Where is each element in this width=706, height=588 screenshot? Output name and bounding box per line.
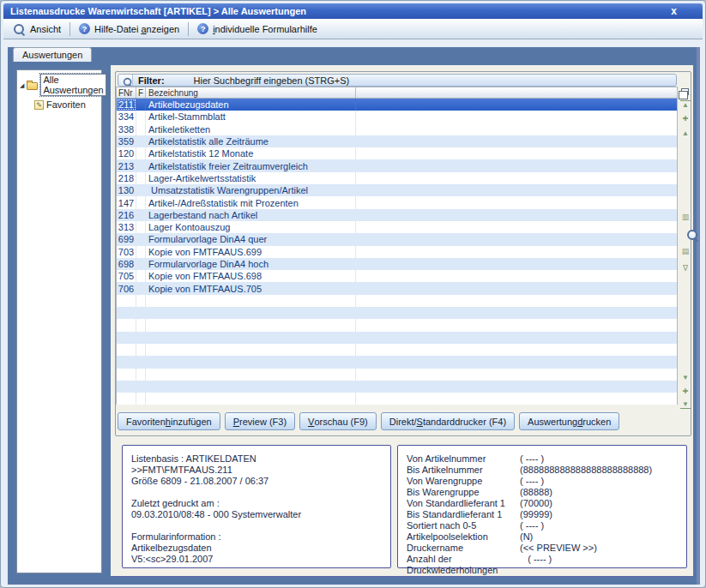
- table-row[interactable]: 216 Lagerbestand nach Artikel: [117, 209, 677, 221]
- table-row[interactable]: 334 Artikel-Stammblatt: [117, 111, 677, 123]
- cell-f: [136, 172, 146, 184]
- toolbar-item-formularhilfe[interactable]: individuelle Formularhilfe: [192, 21, 323, 36]
- tab-auswertungen[interactable]: Auswertungen: [13, 47, 92, 62]
- page-down-icon[interactable]: ✚: [680, 387, 691, 395]
- table-row[interactable]: 698 Formularvorlage DinA4 hoch: [117, 258, 677, 270]
- cell-extra: [356, 356, 677, 368]
- grid-header-row[interactable]: FNr F Bezeichnung: [117, 87, 677, 99]
- auswertung-drucken-button[interactable]: Auswertung drucken: [519, 412, 619, 430]
- column-options-icon[interactable]: ▥: [680, 213, 691, 221]
- parameter-value: (99999): [520, 509, 552, 520]
- scroll-to-top-icon[interactable]: ▲: [680, 100, 691, 109]
- report-grid: FNr F Bezeichnung 211 Artikelbezugsdaten…: [116, 87, 678, 405]
- cell-extra: [356, 209, 677, 221]
- vorschau-button[interactable]: Vorschau (F9): [299, 412, 377, 430]
- search-input[interactable]: [192, 75, 676, 87]
- table-row[interactable]: 213 Artikelstatistik freier Zeitraumverg…: [117, 159, 677, 171]
- tree-item-favoriten[interactable]: Favoriten: [34, 99, 100, 110]
- filter-bar: Filter:: [118, 74, 677, 87]
- favoriten-hinzufuegen-button[interactable]: Favoriten hinzufügen: [118, 412, 220, 430]
- table-row[interactable]: 699 Formularvorlage DinA4 quer: [117, 233, 677, 245]
- cell-fnr: [117, 319, 136, 331]
- table-row[interactable]: [117, 332, 677, 344]
- cell-bezeichnung: Umsatzstatistik Warengruppen/Artikel: [146, 184, 356, 196]
- table-row[interactable]: 705 Kopie von FMTFAAUS.698: [117, 270, 677, 282]
- cell-extra: [356, 295, 677, 307]
- filter-funnel-icon[interactable]: ∇: [680, 265, 691, 273]
- cell-fnr: 703: [117, 246, 136, 258]
- table-row[interactable]: [117, 381, 677, 393]
- column-header-fnr[interactable]: FNr: [117, 87, 136, 98]
- scroll-down-icon[interactable]: ▼: [680, 374, 691, 381]
- cell-bezeichnung: Artikelstatistik 12 Monate: [146, 147, 356, 159]
- cell-f: [136, 282, 146, 294]
- column-header-extra[interactable]: [356, 87, 677, 98]
- sum-icon[interactable]: ▤: [680, 248, 691, 255]
- cell-extra: [356, 381, 677, 393]
- toolbar-item-hilfe-datei[interactable]: Hilfe-Datei anzeigen: [74, 21, 184, 36]
- table-row[interactable]: 359 Artikelstatistik alle Zeiträume: [117, 135, 677, 147]
- cell-extra: [356, 123, 677, 135]
- table-row[interactable]: 703 Kopie von FMTFAAUS.699: [117, 246, 677, 258]
- table-row[interactable]: 313 Lager Kontoauszug: [117, 221, 677, 233]
- parameter-value: (<< PREVIEW >>): [520, 543, 597, 554]
- table-row[interactable]: 706 Kopie von FMTFAAUS.705: [117, 282, 677, 294]
- preview-button[interactable]: Preview (F3): [225, 412, 295, 430]
- cell-bezeichnung: Formularvorlage DinA4 hoch: [146, 258, 356, 270]
- cell-f: [136, 246, 146, 258]
- report-parameters-panel: Von Artikelnummer ( ---- ) Bis Artikelnu…: [397, 445, 687, 568]
- parameter-value: ( ---- ): [520, 554, 552, 576]
- column-header-bezeichnung[interactable]: Bezeichnung: [146, 87, 356, 98]
- parameter-row: Druckername (<< PREVIEW >>): [407, 543, 686, 554]
- cell-bezeichnung: [146, 332, 356, 344]
- filter-search-icon-box[interactable]: [119, 75, 133, 86]
- column-header-f[interactable]: F: [136, 87, 146, 98]
- table-row[interactable]: [117, 393, 677, 405]
- table-row[interactable]: [117, 344, 677, 356]
- direkt-standarddrucker-button[interactable]: Direkt/Standarddrucker (F4): [381, 412, 515, 430]
- table-row[interactable]: [117, 356, 677, 368]
- cell-extra: [356, 111, 677, 123]
- table-row[interactable]: [117, 319, 677, 331]
- table-row[interactable]: [117, 295, 677, 307]
- cell-extra: [356, 258, 677, 270]
- copy-columns-icon[interactable]: [681, 88, 689, 95]
- table-row[interactable]: 211 Artikelbezugsdaten: [117, 99, 677, 111]
- cell-f: [136, 209, 146, 221]
- parameter-row: Von Standardlieferant 1 (70000): [407, 498, 686, 509]
- table-row[interactable]: 130 Umsatzstatistik Warengruppen/Artikel: [117, 184, 677, 196]
- parameter-value: (88888): [520, 487, 552, 498]
- parameter-label: Bis Artikelnummer: [407, 465, 520, 476]
- page-up-icon[interactable]: ✚: [680, 115, 691, 123]
- cell-fnr: 705: [117, 270, 136, 282]
- search-icon: [123, 77, 130, 84]
- scroll-up-icon[interactable]: ▲: [680, 129, 691, 137]
- tree-expand-caret-icon[interactable]: [20, 82, 24, 88]
- scroll-to-bottom-icon[interactable]: ▼: [680, 400, 691, 409]
- cell-fnr: [117, 332, 136, 344]
- toolbar-separator: [69, 22, 70, 36]
- cell-fnr: [117, 381, 136, 393]
- table-row[interactable]: 147 Artikel-/Adreßstatistik mit Prozente…: [117, 196, 677, 208]
- cell-extra: [356, 135, 677, 147]
- table-row[interactable]: 338 Artikeletiketten: [117, 123, 677, 135]
- info-line: Artikelbezugsdaten: [131, 543, 390, 554]
- grid-scroll-column: ▲ ✚ ▲ ▥ ▤ ∇ ▼ ✚ ▼: [679, 87, 691, 405]
- cell-f: [136, 184, 146, 196]
- table-row[interactable]: 120 Artikelstatistik 12 Monate: [117, 147, 677, 159]
- toolbar-item-ansicht[interactable]: Ansicht: [8, 21, 66, 37]
- search-icon[interactable]: [680, 229, 691, 237]
- cell-extra: [356, 184, 677, 196]
- tree-item-alle-auswertungen[interactable]: Alle Auswertungen: [20, 74, 100, 96]
- parameter-row: Bis Warengruppe (88888): [407, 487, 686, 498]
- cell-fnr: 698: [117, 258, 136, 270]
- table-row[interactable]: [117, 307, 677, 319]
- parameter-label: Bis Warengruppe: [407, 487, 520, 498]
- close-button[interactable]: x: [671, 7, 677, 15]
- table-row[interactable]: [117, 369, 677, 381]
- cell-bezeichnung: Lager-Artikelwertsstatistik: [146, 172, 356, 184]
- cell-f: [136, 332, 146, 344]
- table-row[interactable]: 218 Lager-Artikelwertsstatistik: [117, 172, 677, 184]
- cell-extra: [356, 172, 677, 184]
- cell-extra: [356, 344, 677, 356]
